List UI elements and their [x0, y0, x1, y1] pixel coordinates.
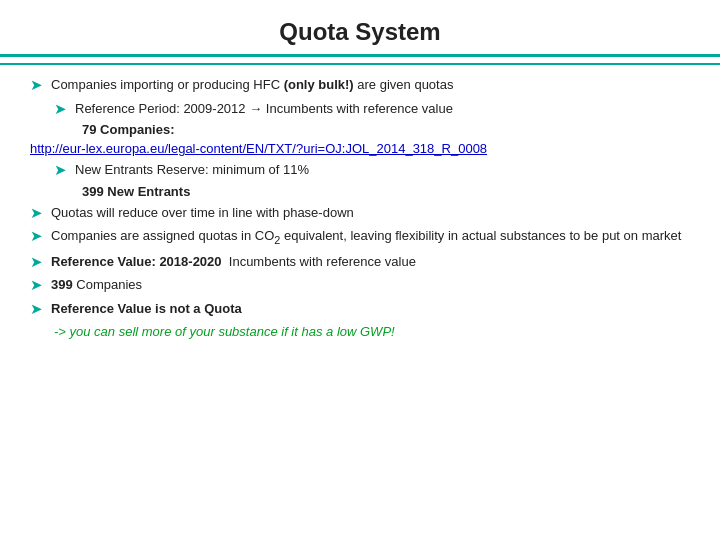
list-item: ➤ Quotas will reduce over time in line w… [30, 203, 690, 223]
item-text: Reference Period: 2009-2012 → Incumbents… [75, 99, 453, 119]
callout-text: -> you can sell more of your substance i… [54, 324, 395, 339]
page-title: Quota System [30, 18, 690, 46]
bullet-arrow-icon: ➤ [30, 276, 43, 294]
list-item: ➤ New Entrants Reserve: minimum of 11% [54, 160, 690, 180]
title-bar: Quota System [0, 0, 720, 54]
content-area: ➤ Companies importing or producing HFC (… [0, 71, 720, 540]
list-item: ➤ Reference Value is not a Quota [30, 299, 690, 319]
item-text: Reference Value is not a Quota [51, 299, 242, 319]
list-item: ➤ Reference Period: 2009-2012 → Incumben… [54, 99, 690, 119]
item-text: Companies importing or producing HFC (on… [51, 75, 453, 95]
bullet-arrow-icon: ➤ [30, 227, 43, 245]
bullet-arrow-icon: ➤ [30, 300, 43, 318]
link-row: http://eur-lex.europa.eu/legal-content/E… [30, 141, 690, 156]
callout-item: -> you can sell more of your substance i… [54, 322, 690, 342]
divider-bottom [0, 63, 720, 65]
item-text: 399 New Entrants [82, 184, 690, 199]
page: Quota System ➤ Companies importing or pr… [0, 0, 720, 540]
item-text: New Entrants Reserve: minimum of 11% [75, 160, 309, 180]
list-item: ➤ Reference Value: 2018-2020 Incumbents … [30, 252, 690, 272]
list-item: ➤ Companies are assigned quotas in CO2 e… [30, 226, 690, 248]
list-item: 79 Companies: [54, 122, 690, 137]
list-item: ➤ 399 Companies [30, 275, 690, 295]
bullet-arrow-icon: ➤ [30, 76, 43, 94]
list-item: 399 New Entrants [54, 184, 690, 199]
eur-lex-link[interactable]: http://eur-lex.europa.eu/legal-content/E… [30, 141, 690, 156]
item-text: 399 Companies [51, 275, 142, 295]
item-text: Companies are assigned quotas in CO2 equ… [51, 226, 681, 248]
divider-top [0, 54, 720, 57]
bullet-arrow-icon: ➤ [54, 161, 67, 179]
bullet-arrow-icon: ➤ [54, 100, 67, 118]
bullet-arrow-icon: ➤ [30, 253, 43, 271]
list-item: ➤ Companies importing or producing HFC (… [30, 75, 690, 95]
bullet-arrow-icon: ➤ [30, 204, 43, 222]
item-text: 79 Companies: [82, 122, 690, 137]
item-text: Reference Value: 2018-2020 Incumbents wi… [51, 252, 416, 272]
item-text: Quotas will reduce over time in line wit… [51, 203, 354, 223]
